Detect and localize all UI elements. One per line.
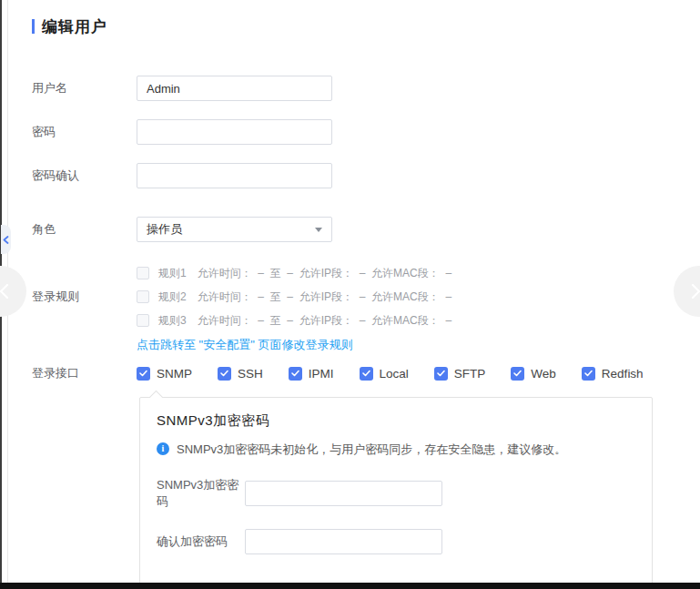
login-rule-item: 规则2 允许时间： – 至 – 允许IP段： – 允许MAC段： – bbox=[137, 285, 451, 309]
login-rules-list: 规则1 允许时间： – 至 – 允许IP段： – 允许MAC段： – 规则2 允… bbox=[137, 261, 451, 332]
interface-checkbox-ipmi[interactable]: IPMI bbox=[289, 367, 334, 381]
snmpv3-password-input[interactable] bbox=[245, 481, 442, 506]
role-selected-value: 操作员 bbox=[147, 221, 182, 238]
rule1-checkbox[interactable] bbox=[137, 267, 149, 279]
checked-checkbox-icon bbox=[360, 367, 373, 381]
edit-user-form: 用户名 密码 密码确认 角色 操作员 登录规则 规则1 允许时间： bbox=[32, 76, 700, 589]
rule2-name: 规则2 bbox=[158, 289, 187, 305]
interface-label: Local bbox=[380, 367, 409, 381]
interface-label: SSH bbox=[238, 367, 263, 381]
title-accent-bar bbox=[32, 19, 35, 34]
chevron-right-icon bbox=[691, 283, 700, 300]
login-rules-label: 登录规则 bbox=[32, 289, 137, 305]
chevron-left-icon bbox=[3, 236, 9, 244]
password-row: 密码 bbox=[32, 119, 700, 145]
interface-label: SNMP bbox=[157, 367, 192, 381]
page-header: 编辑用户 bbox=[32, 18, 700, 35]
login-rules-row: 登录规则 规则1 允许时间： – 至 – 允许IP段： – 允许MAC段： – … bbox=[32, 261, 700, 332]
interface-label: SFTP bbox=[454, 367, 486, 381]
snmpv3-password-label: SNMPv3加密密码 bbox=[157, 477, 245, 510]
sidebar-collapse-handle[interactable] bbox=[1, 225, 11, 254]
interface-label: IPMI bbox=[309, 367, 334, 381]
role-select[interactable]: 操作员 bbox=[137, 217, 332, 242]
rule3-name: 规则3 bbox=[158, 313, 187, 329]
login-rule-item: 规则3 允许时间： – 至 – 允许IP段： – 允许MAC段： – bbox=[137, 309, 451, 332]
interface-checkbox-local[interactable]: Local bbox=[360, 367, 409, 381]
check-icon bbox=[220, 370, 228, 377]
login-interfaces-label: 登录接口 bbox=[32, 365, 137, 381]
snmpv3-password-panel: SNMPv3加密密码 SNMPv3加密密码未初始化，与用户密码同步，存在安全隐患… bbox=[139, 397, 653, 589]
rule2-detail: 允许时间： – 至 – 允许IP段： – 允许MAC段： – bbox=[198, 289, 451, 305]
checked-checkbox-icon bbox=[137, 367, 150, 381]
checked-checkbox-icon bbox=[511, 367, 524, 381]
interface-label: Web bbox=[531, 367, 556, 381]
password-confirm-row: 密码确认 bbox=[32, 163, 700, 188]
username-row: 用户名 bbox=[32, 76, 700, 101]
password-input[interactable] bbox=[137, 119, 332, 145]
check-icon bbox=[291, 370, 299, 377]
check-icon bbox=[139, 370, 147, 377]
check-icon bbox=[362, 370, 370, 377]
login-interfaces-group: SNMP SSH IPMI Local SFTP bbox=[137, 367, 644, 381]
snmpv3-info-text: SNMPv3加密密码未初始化，与用户密码同步，存在安全隐患，建议修改。 bbox=[177, 442, 566, 458]
login-interfaces-row: 登录接口 SNMP SSH IPMI Local bbox=[32, 365, 700, 381]
checked-checkbox-icon bbox=[289, 367, 302, 381]
snmpv3-panel-title: SNMPv3加密密码 bbox=[157, 412, 635, 430]
interface-label: Redfish bbox=[602, 367, 644, 381]
interface-checkbox-ssh[interactable]: SSH bbox=[218, 367, 263, 381]
rule3-checkbox[interactable] bbox=[137, 314, 149, 327]
interface-checkbox-web[interactable]: Web bbox=[511, 367, 556, 381]
check-icon bbox=[437, 370, 445, 377]
login-rule-item: 规则1 允许时间： – 至 – 允许IP段： – 允许MAC段： – bbox=[137, 261, 451, 285]
snmpv3-confirm-field-row: 确认加密密码 bbox=[157, 529, 635, 554]
security-config-link[interactable]: 点击跳转至 "安全配置" 页面修改登录规则 bbox=[137, 337, 352, 353]
password-confirm-input[interactable] bbox=[137, 163, 332, 188]
checked-checkbox-icon bbox=[218, 367, 231, 381]
security-config-link-row: 点击跳转至 "安全配置" 页面修改登录规则 bbox=[32, 337, 700, 353]
checked-checkbox-icon bbox=[434, 367, 448, 381]
chevron-down-icon bbox=[315, 228, 322, 232]
bottom-black-bar bbox=[0, 583, 700, 589]
check-icon bbox=[584, 370, 593, 377]
role-row: 角色 操作员 bbox=[32, 217, 700, 242]
interface-checkbox-redfish[interactable]: Redfish bbox=[582, 367, 644, 381]
rule1-detail: 允许时间： – 至 – 允许IP段： – 允许MAC段： – bbox=[198, 266, 451, 281]
edit-user-page: 编辑用户 用户名 密码 密码确认 角色 操作员 登录规则 bbox=[0, 0, 700, 589]
snmpv3-password-field-row: SNMPv3加密密码 bbox=[157, 477, 635, 510]
checked-checkbox-icon bbox=[582, 367, 595, 381]
password-label: 密码 bbox=[32, 124, 137, 140]
snmpv3-confirm-input[interactable] bbox=[245, 529, 442, 554]
role-label: 角色 bbox=[32, 221, 137, 238]
page-title: 编辑用户 bbox=[42, 16, 107, 37]
rule3-detail: 允许时间： – 至 – 允许IP段： – 允许MAC段： – bbox=[198, 313, 451, 329]
check-icon bbox=[513, 370, 522, 377]
snmpv3-info-row: SNMPv3加密密码未初始化，与用户密码同步，存在安全隐患，建议修改。 bbox=[157, 442, 635, 458]
username-label: 用户名 bbox=[32, 80, 137, 96]
snmpv3-confirm-label: 确认加密密码 bbox=[157, 533, 245, 550]
info-icon bbox=[157, 442, 169, 455]
rule1-name: 规则1 bbox=[158, 266, 187, 281]
interface-checkbox-snmp[interactable]: SNMP bbox=[137, 367, 192, 381]
rule2-checkbox[interactable] bbox=[137, 290, 149, 303]
snmp-panel-row: SNMPv3加密密码 SNMPv3加密密码未初始化，与用户密码同步，存在安全隐患… bbox=[32, 397, 700, 589]
password-confirm-label: 密码确认 bbox=[32, 168, 137, 184]
username-input[interactable] bbox=[137, 76, 332, 101]
interface-checkbox-sftp[interactable]: SFTP bbox=[434, 367, 486, 381]
chevron-left-icon bbox=[0, 283, 9, 300]
